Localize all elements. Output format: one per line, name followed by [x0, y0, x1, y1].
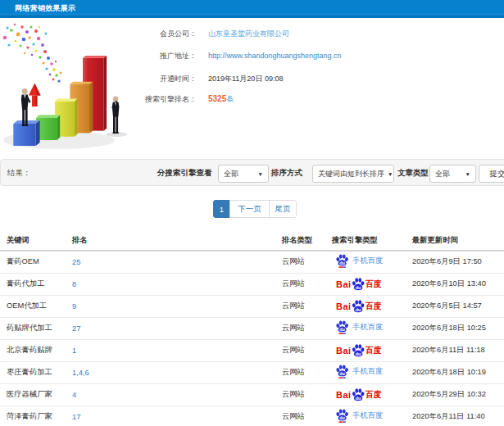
- rank-link[interactable]: 9: [72, 302, 76, 310]
- table-row: 枣庄膏药加工 1,4,6 云网站 du 手机百度: [0, 361, 504, 383]
- titlebar: 网络营销效果展示: [0, 0, 504, 18]
- keyword-cell: 菏泽膏药厂家: [0, 406, 66, 426]
- info-row-url: 推广地址： http://www.shandonghuangshengtang.…: [0, 50, 504, 61]
- table-header-row: 关键词 排名 排名类型 搜索引擎类型 最新更新时间: [0, 231, 504, 251]
- promo-url-label: 推广地址：: [66, 50, 197, 61]
- engine-cell: du 百度 Bai du 百度: [325, 273, 406, 295]
- rank-cell: 1: [66, 339, 275, 361]
- baidu-logo: Bai du 百度: [336, 388, 382, 401]
- submit-button[interactable]: 提交: [479, 165, 504, 183]
- updated-cell: 2020年6月5日 14:57: [406, 295, 504, 317]
- sort-label: 排序方式: [271, 168, 302, 179]
- next-page-button[interactable]: 下一页: [229, 200, 270, 218]
- updated-cell: 2020年5月29日 10:32: [406, 383, 504, 406]
- svg-text:du: du: [355, 284, 361, 289]
- rank-count-label: 搜索引擎排名：: [66, 93, 197, 105]
- updated-cell: 2020年6月18日 10:25: [406, 317, 504, 339]
- rank-link[interactable]: 4: [72, 391, 76, 399]
- baidu-paw-icon: du: [336, 365, 348, 378]
- mobile-baidu-logo: du 手机百度: [336, 320, 383, 334]
- company-label: 会员公司：: [66, 28, 197, 39]
- svg-text:du: du: [355, 306, 361, 311]
- engine-view-select[interactable]: 全部▼: [218, 165, 269, 183]
- baidu-paw-icon: du: [336, 409, 348, 423]
- updated-cell: 2020年6月18日 10:19: [406, 361, 504, 383]
- updated-cell: 2020年6月9日 17:50: [406, 251, 504, 273]
- table-row: 菏泽膏药厂家 17 云网站 du 手机百度: [0, 406, 504, 426]
- keyword-cell: 膏药OEM: [0, 251, 66, 273]
- col-rank: 排名: [66, 231, 275, 251]
- table-row: OEM代加工 9 云网站 du 百度: [0, 295, 504, 317]
- engine-cell: du 百度 Bai du 百度: [325, 383, 406, 406]
- baidu-paw-icon: du: [336, 320, 348, 334]
- baidu-paw-icon: du: [352, 300, 365, 313]
- info-row-company: 会员公司： 山东皇圣堂药业有限公司: [0, 28, 504, 39]
- rank-cell: 17: [66, 406, 275, 426]
- keyword-cell: 医疗器械厂家: [0, 383, 66, 406]
- rank-cell: 9: [66, 295, 275, 317]
- keyword-cell: 膏药代加工: [0, 273, 66, 295]
- rank-cell: 4: [66, 383, 275, 406]
- engine-cell: du 手机百度 Bai du 手: [325, 317, 406, 339]
- mobile-baidu-logo: du 手机百度: [336, 254, 383, 268]
- chevron-down-icon: ▼: [388, 171, 393, 177]
- table-row: 膏药代加工 8 云网站 du 百度: [0, 273, 504, 295]
- rank-type-cell: 云网站: [275, 339, 325, 361]
- rank-type-cell: 云网站: [275, 317, 325, 339]
- rank-count-value: 5325条: [208, 93, 234, 105]
- keyword-cell: 枣庄膏药加工: [0, 361, 66, 383]
- rank-link[interactable]: 8: [72, 280, 76, 288]
- result-label: 结果：: [7, 168, 31, 179]
- baidu-paw-icon: du: [352, 388, 365, 401]
- engine-cell: du 百度 Bai du 百度: [325, 339, 406, 361]
- page-1-button[interactable]: 1: [213, 200, 230, 218]
- baidu-logo: Bai du 百度: [336, 278, 382, 291]
- rank-cell: 8: [66, 273, 275, 295]
- article-type-select[interactable]: 全部▼: [429, 165, 476, 183]
- info-row-open-time: 开通时间： 2019年11月20日 09:08: [0, 73, 504, 84]
- company-name-link[interactable]: 山东皇圣堂药业有限公司: [208, 28, 289, 39]
- chevron-down-icon: ▼: [465, 171, 470, 177]
- col-rank-type: 排名类型: [275, 231, 325, 251]
- updated-cell: 2020年6月11日 11:40: [406, 406, 504, 426]
- svg-text:du: du: [339, 371, 345, 376]
- rank-link[interactable]: 1,4,6: [72, 369, 89, 377]
- table-row: 北京膏药贴牌 1 云网站 du 百度: [0, 339, 504, 361]
- rank-type-cell: 云网站: [275, 295, 325, 317]
- last-page-button[interactable]: 尾页: [269, 200, 297, 218]
- info-row-rank-count: 搜索引擎排名： 5325条: [0, 93, 504, 105]
- rank-link[interactable]: 17: [72, 413, 80, 421]
- rank-link[interactable]: 27: [72, 324, 80, 333]
- engine-cell: du 手机百度 Bai du 手: [325, 251, 406, 273]
- page-title: 网络营销效果展示: [15, 3, 75, 14]
- updated-cell: 2020年6月10日 13:40: [406, 273, 504, 295]
- engine-view-label: 分搜索引擎查看: [157, 168, 212, 179]
- open-time-value: 2019年11月20日 09:08: [208, 73, 283, 84]
- svg-text:du: du: [355, 351, 361, 356]
- keyword-cell: OEM代加工: [0, 295, 66, 317]
- baidu-logo: Bai du 百度: [336, 344, 382, 357]
- svg-text:du: du: [339, 327, 345, 332]
- rank-type-cell: 云网站: [275, 406, 325, 426]
- article-type-label: 文章类型: [397, 168, 429, 179]
- rank-cell: 25: [66, 251, 275, 273]
- keyword-cell: 药贴牌代加工: [0, 317, 66, 339]
- baidu-paw-icon: du: [352, 344, 365, 357]
- keyword-cell: 北京膏药贴牌: [0, 339, 66, 361]
- rank-link[interactable]: 1: [72, 347, 76, 355]
- baidu-paw-icon: du: [352, 278, 365, 291]
- sort-select[interactable]: 关键词由短到长排序▼: [312, 165, 394, 183]
- promo-url-link[interactable]: http://www.shandonghuangshengtang.cn: [208, 50, 342, 61]
- svg-text:du: du: [355, 395, 361, 400]
- rank-type-cell: 云网站: [275, 383, 325, 406]
- rank-type-cell: 云网站: [275, 251, 325, 273]
- rank-link[interactable]: 25: [72, 258, 80, 266]
- svg-text:du: du: [339, 415, 345, 420]
- rank-type-cell: 云网站: [275, 273, 325, 295]
- baidu-logo: Bai du 百度: [336, 300, 382, 313]
- baidu-paw-icon: du: [336, 254, 348, 268]
- keyword-rank-table: 关键词 排名 排名类型 搜索引擎类型 最新更新时间 膏药OEM 25 云网站: [0, 231, 504, 426]
- table-row: 膏药OEM 25 云网站 du 手机百度: [0, 251, 504, 273]
- col-updated: 最新更新时间: [406, 231, 504, 251]
- rank-cell: 27: [66, 317, 275, 339]
